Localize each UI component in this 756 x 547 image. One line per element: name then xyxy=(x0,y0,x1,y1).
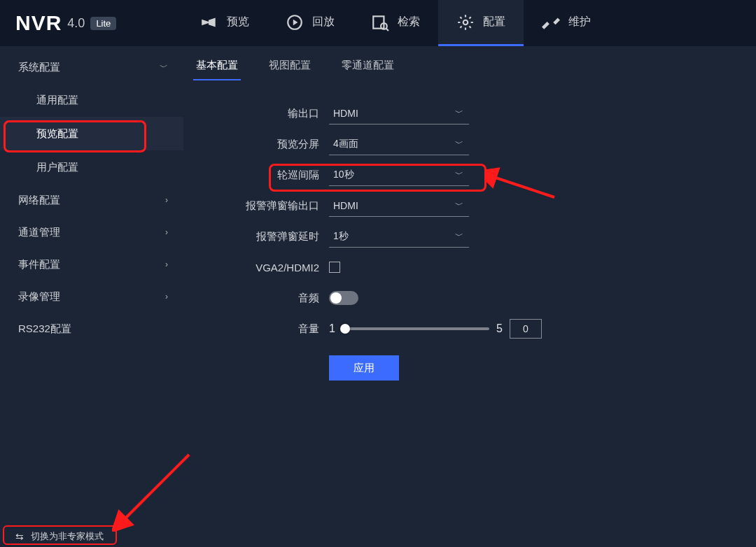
sidebar-item-preview-label: 预览配置 xyxy=(36,127,78,141)
sub-tabs: 基本配置 视图配置 零通道配置 xyxy=(189,52,756,81)
sidebar-group-rs232[interactable]: RS232配置 xyxy=(0,313,183,345)
label-output-port: 输出口 xyxy=(189,107,329,120)
chevron-right-icon: › xyxy=(165,195,168,205)
nav-playback-label: 回放 xyxy=(312,15,335,29)
label-alarm-popup-port: 报警弹窗输出口 xyxy=(189,199,329,213)
search-icon xyxy=(371,13,389,31)
sidebar-group-network-label: 网络配置 xyxy=(18,194,60,207)
nav-maintain[interactable]: 维护 xyxy=(524,0,609,46)
checkbox-vga2hdmi2[interactable] xyxy=(329,262,340,273)
gear-icon xyxy=(456,13,475,31)
label-audio: 音频 xyxy=(189,292,329,305)
top-bar: NVR 4.0 Lite 预览 回放 检索 配置 维护 xyxy=(0,0,756,46)
select-output-port-value: HDMI xyxy=(333,108,358,119)
select-preview-split[interactable]: 4画面 ﹀ xyxy=(329,133,469,155)
chevron-right-icon: › xyxy=(165,292,168,301)
wrench-icon xyxy=(542,13,560,31)
sidebar-group-channel[interactable]: 通道管理 › xyxy=(0,216,183,248)
select-alarm-popup-delay-value: 1秒 xyxy=(333,230,349,243)
select-preview-split-value: 4画面 xyxy=(333,138,358,150)
chevron-right-icon: › xyxy=(165,260,168,269)
brand-badge: Lite xyxy=(90,17,116,30)
top-nav: 预览 回放 检索 配置 维护 xyxy=(182,0,609,46)
svg-point-3 xyxy=(463,20,468,24)
select-output-port[interactable]: HDMI ﹀ xyxy=(329,102,469,125)
chevron-down-icon: ﹀ xyxy=(455,138,463,150)
sidebar-group-record[interactable]: 录像管理 › xyxy=(0,280,183,313)
select-tour-interval-value: 10秒 xyxy=(333,169,354,181)
camera-icon xyxy=(200,13,218,31)
select-alarm-popup-port[interactable]: HDMI ﹀ xyxy=(329,194,469,217)
sidebar-group-system-label: 系统配置 xyxy=(18,61,60,74)
label-volume: 音量 xyxy=(189,322,329,336)
sidebar-item-user[interactable]: 用户配置 xyxy=(0,150,183,184)
sidebar-item-user-label: 用户配置 xyxy=(36,161,78,174)
select-alarm-popup-delay[interactable]: 1秒 ﹀ xyxy=(329,225,469,248)
chevron-down-icon: ﹀ xyxy=(455,107,463,119)
volume-max: 5 xyxy=(496,322,503,335)
sidebar: 系统配置 ﹀ 通用配置 预览配置 用户配置 网络配置 › 通道管理 › 事件配置… xyxy=(0,51,183,547)
toggle-expert-mode-label: 切换为非专家模式 xyxy=(31,530,104,543)
nav-preview-label: 预览 xyxy=(227,15,249,29)
sidebar-item-preview[interactable]: 预览配置 xyxy=(0,117,183,150)
sidebar-group-event[interactable]: 事件配置 › xyxy=(0,248,183,280)
chevron-right-icon: › xyxy=(165,227,168,237)
brand-version: 4.0 xyxy=(67,16,85,31)
label-vga2hdmi2: VGA2/HDMI2 xyxy=(189,262,329,274)
sidebar-group-event-label: 事件配置 xyxy=(18,258,60,271)
subtab-basic[interactable]: 基本配置 xyxy=(193,59,241,80)
label-preview-split: 预览分屏 xyxy=(189,138,329,151)
playback-icon xyxy=(286,13,304,31)
chevron-down-icon: ﹀ xyxy=(455,230,463,242)
nav-playback[interactable]: 回放 xyxy=(267,0,353,46)
nav-config[interactable]: 配置 xyxy=(438,0,524,46)
brand-name: NVR xyxy=(15,11,62,35)
subtab-view[interactable]: 视图配置 xyxy=(266,59,314,80)
chevron-down-icon: ﹀ xyxy=(455,199,463,211)
volume-min: 1 xyxy=(329,322,335,335)
switch-icon: ⇆ xyxy=(15,531,24,542)
apply-button[interactable]: 应用 xyxy=(329,355,399,381)
volume-control: 1 5 0 xyxy=(329,319,542,339)
sidebar-item-general[interactable]: 通用配置 xyxy=(0,83,183,117)
select-alarm-popup-port-value: HDMI xyxy=(333,200,358,211)
brand: NVR 4.0 Lite xyxy=(0,0,182,46)
sidebar-group-network[interactable]: 网络配置 › xyxy=(0,184,183,216)
sidebar-item-general-label: 通用配置 xyxy=(36,94,78,107)
select-tour-interval[interactable]: 10秒 ﹀ xyxy=(329,164,469,186)
nav-maintain-label: 维护 xyxy=(568,15,591,29)
nav-config-label: 配置 xyxy=(483,15,505,29)
slider-volume[interactable] xyxy=(342,327,489,330)
toggle-expert-mode[interactable]: ⇆ 切换为非专家模式 xyxy=(0,526,116,547)
nav-search[interactable]: 检索 xyxy=(353,0,438,46)
sidebar-group-channel-label: 通道管理 xyxy=(18,226,60,239)
nav-search-label: 检索 xyxy=(398,15,420,29)
nav-preview[interactable]: 预览 xyxy=(182,0,267,46)
chevron-down-icon: ﹀ xyxy=(160,62,168,73)
input-volume[interactable]: 0 xyxy=(510,319,542,339)
label-tour-interval: 轮巡间隔 xyxy=(189,169,329,182)
preview-config-form: 输出口 HDMI ﹀ 预览分屏 4画面 ﹀ 轮巡间隔 10秒 ﹀ 报警弹窗输出口… xyxy=(189,98,756,383)
label-alarm-popup-delay: 报警弹窗延时 xyxy=(189,230,329,243)
svg-rect-1 xyxy=(373,16,384,28)
sidebar-group-record-label: 录像管理 xyxy=(18,290,60,304)
sidebar-group-rs232-label: RS232配置 xyxy=(18,322,71,336)
sidebar-group-system[interactable]: 系统配置 ﹀ xyxy=(0,51,183,83)
subtab-zero[interactable]: 零通道配置 xyxy=(339,59,397,80)
chevron-down-icon: ﹀ xyxy=(455,169,463,180)
toggle-audio[interactable] xyxy=(329,291,358,305)
